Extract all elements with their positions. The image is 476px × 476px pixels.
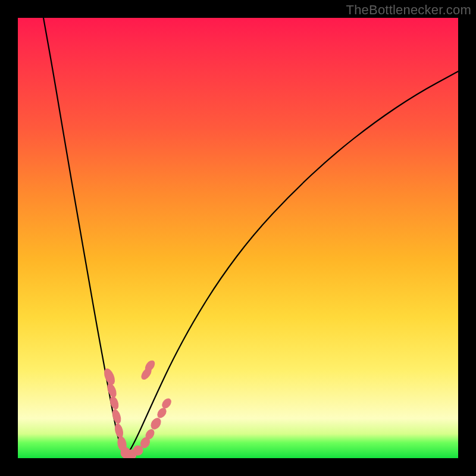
sample-marker <box>161 397 173 410</box>
curve-svg <box>18 18 458 458</box>
chart-frame: TheBottlenecker.com <box>0 0 476 476</box>
sample-marker <box>149 416 163 431</box>
curve-right-branch <box>125 71 458 457</box>
sample-markers <box>102 359 173 458</box>
watermark-text: TheBottlenecker.com <box>346 2 471 18</box>
plot-area <box>18 18 458 458</box>
sample-marker <box>156 406 168 419</box>
